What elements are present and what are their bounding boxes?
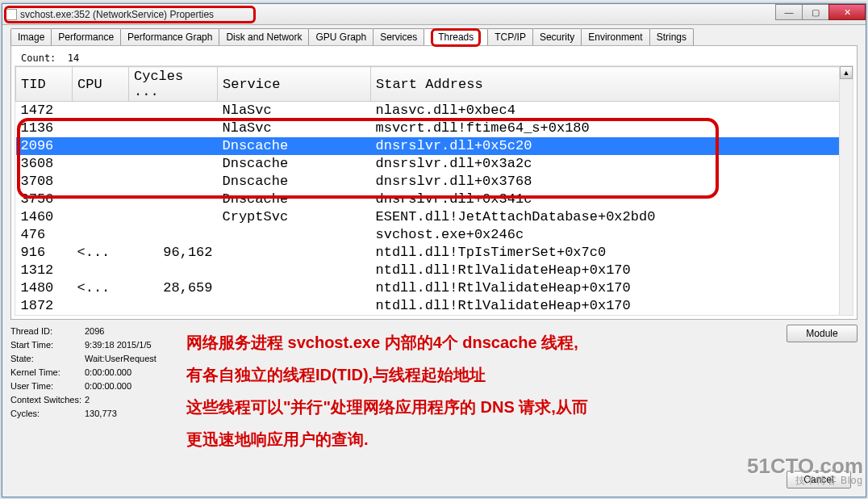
tab-content: Count: 14 TIDCPUCycles ...ServiceStart A… <box>10 45 858 320</box>
label-cycles: Cycles: <box>10 407 85 421</box>
vertical-scrollbar[interactable]: ▲ <box>839 66 853 315</box>
value-state: Wait:UserRequest <box>85 352 156 366</box>
table-row[interactable]: 1472NlaSvcnlasvc.dll+0xbec4 <box>16 102 853 120</box>
tab-strip: ImagePerformancePerformance GraphDisk an… <box>2 25 866 45</box>
column-tid[interactable]: TID <box>16 67 73 102</box>
table-row[interactable]: 916<...96,162ntdll.dll!TpIsTimerSet+0x7c… <box>16 244 853 262</box>
tab-gpu-graph[interactable]: GPU Graph <box>308 28 373 45</box>
tab-performance[interactable]: Performance <box>51 28 121 45</box>
label-kernel-time: Kernel Time: <box>10 366 85 379</box>
tab-performance-graph[interactable]: Performance Graph <box>120 28 219 45</box>
label-start-time: Start Time: <box>10 338 85 352</box>
minimize-button[interactable]: — <box>775 4 803 20</box>
column-cpu[interactable]: CPU <box>73 67 129 102</box>
thread-details: Thread ID:2096 Start Time:9:39:18 2015/1… <box>10 325 180 455</box>
value-thread-id: 2096 <box>85 325 104 338</box>
table-row[interactable]: 2096Dnscachednsrslvr.dll+0x5c20 <box>16 137 853 155</box>
table-row[interactable]: 1460CryptSvcESENT.dll!JetAttachDatabase+… <box>16 208 853 226</box>
label-user-time: User Time: <box>10 379 85 393</box>
tab-security[interactable]: Security <box>532 28 582 45</box>
close-button[interactable]: ✕ <box>828 4 866 20</box>
table-row[interactable]: 1872ntdll.dll!RtlValidateHeap+0x170 <box>16 297 853 315</box>
table-row[interactable]: 1480<...28,659ntdll.dll!RtlValidateHeap+… <box>16 279 853 297</box>
tab-environment[interactable]: Environment <box>581 28 649 45</box>
label-context-switches: Context Switches: <box>10 393 85 407</box>
value-user-time: 0:00:00.000 <box>85 379 131 393</box>
table-row[interactable]: 3756Dnscachednsrslvr.dll+0x341c <box>16 191 853 208</box>
value-start-time: 9:39:18 2015/1/5 <box>85 338 152 352</box>
tab-image[interactable]: Image <box>10 28 52 45</box>
app-icon <box>6 9 17 20</box>
table-row[interactable]: 476svchost.exe+0x246c <box>16 226 853 244</box>
value-cycles: 130,773 <box>85 407 117 421</box>
tab-disk-and-network[interactable]: Disk and Network <box>219 28 309 45</box>
scroll-up-icon[interactable]: ▲ <box>840 66 853 79</box>
table-row[interactable]: 1136NlaSvcmsvcrt.dll!ftime64_s+0x180 <box>16 120 853 137</box>
value-context-switches: 2 <box>85 393 90 407</box>
tab-strings[interactable]: Strings <box>649 28 694 45</box>
maximize-button[interactable]: ▢ <box>802 4 829 20</box>
table-row[interactable]: 3708Dnscachednsrslvr.dll+0x3768 <box>16 173 853 191</box>
thread-table-wrap: TIDCPUCycles ...ServiceStart Address 147… <box>15 65 853 316</box>
annotation-text: 网络服务进程 svchost.exe 内部的4个 dnscache 线程, 有各… <box>186 325 780 455</box>
tab-tcp-ip[interactable]: TCP/IP <box>487 28 533 45</box>
titlebar[interactable]: svchost.exe:352 (NetworkService) Propert… <box>2 4 866 25</box>
column-service[interactable]: Service <box>218 67 371 102</box>
cancel-button[interactable]: Cancel <box>787 471 851 489</box>
tab-threads[interactable]: Threads <box>424 28 488 45</box>
column-start-address[interactable]: Start Address <box>371 67 853 102</box>
properties-window: svchost.exe:352 (NetworkService) Propert… <box>2 3 866 497</box>
thread-table[interactable]: TIDCPUCycles ...ServiceStart Address 147… <box>15 66 853 315</box>
module-button[interactable]: Module <box>787 325 858 342</box>
table-row[interactable]: 3608Dnscachednsrslvr.dll+0x3a2c <box>16 155 853 173</box>
column-cycles-[interactable]: Cycles ... <box>129 67 218 102</box>
table-row[interactable]: 1312ntdll.dll!RtlValidateHeap+0x170 <box>16 262 853 279</box>
label-thread-id: Thread ID: <box>10 325 85 338</box>
thread-count: Count: 14 <box>15 51 853 65</box>
tab-services[interactable]: Services <box>373 28 424 45</box>
window-title: svchost.exe:352 (NetworkService) Propert… <box>20 9 214 20</box>
label-state: State: <box>10 352 85 366</box>
value-kernel-time: 0:00:00.000 <box>85 366 131 379</box>
